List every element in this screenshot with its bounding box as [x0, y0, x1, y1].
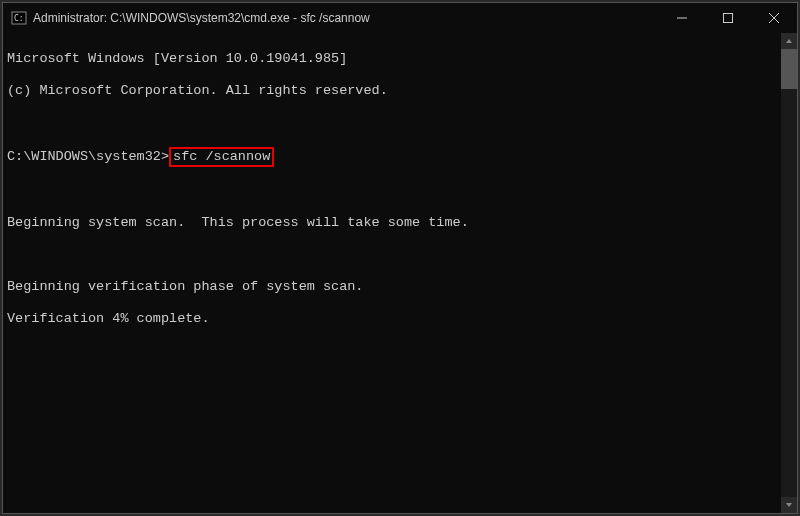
- minimize-button[interactable]: [659, 3, 705, 33]
- window-controls: [659, 3, 797, 33]
- output-line: Beginning system scan. This process will…: [7, 215, 777, 231]
- titlebar[interactable]: C: Administrator: C:\WINDOWS\system32\cm…: [3, 3, 797, 33]
- output-line: (c) Microsoft Corporation. All rights re…: [7, 83, 777, 99]
- output-blank: [7, 247, 777, 263]
- window-title: Administrator: C:\WINDOWS\system32\cmd.e…: [33, 11, 659, 25]
- output-blank: [7, 115, 777, 131]
- output-line: Verification 4% complete.: [7, 311, 777, 327]
- svg-rect-3: [724, 14, 733, 23]
- maximize-button[interactable]: [705, 3, 751, 33]
- command-prompt-window: C: Administrator: C:\WINDOWS\system32\cm…: [2, 2, 798, 514]
- terminal-output[interactable]: Microsoft Windows [Version 10.0.19041.98…: [3, 33, 781, 513]
- scroll-thumb[interactable]: [781, 49, 797, 89]
- scroll-track[interactable]: [781, 49, 797, 497]
- scroll-up-button[interactable]: [781, 33, 797, 49]
- output-blank: [7, 183, 777, 199]
- output-line: Beginning verification phase of system s…: [7, 279, 777, 295]
- close-button[interactable]: [751, 3, 797, 33]
- output-line: Microsoft Windows [Version 10.0.19041.98…: [7, 51, 777, 67]
- prompt-line: C:\WINDOWS\system32>sfc /scannow: [7, 147, 777, 167]
- scroll-down-button[interactable]: [781, 497, 797, 513]
- svg-text:C:: C:: [14, 14, 24, 23]
- terminal-body: Microsoft Windows [Version 10.0.19041.98…: [3, 33, 797, 513]
- command-highlight: sfc /scannow: [169, 147, 274, 167]
- cmd-icon: C:: [11, 10, 27, 26]
- vertical-scrollbar[interactable]: [781, 33, 797, 513]
- prompt-text: C:\WINDOWS\system32>: [7, 149, 169, 164]
